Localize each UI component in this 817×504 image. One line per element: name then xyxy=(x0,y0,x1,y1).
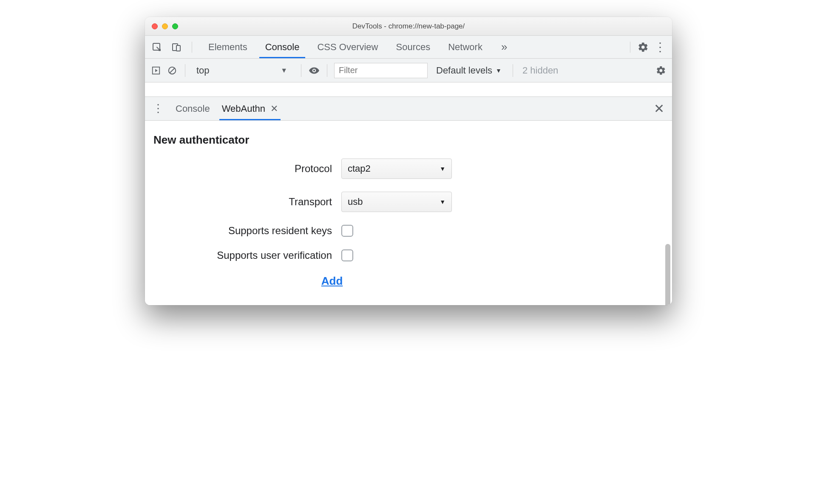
drawer-menu-button[interactable]: ⋮ xyxy=(149,97,167,120)
settings-button[interactable] xyxy=(635,36,652,58)
log-levels-selector[interactable]: Default levels ▼ xyxy=(432,65,506,76)
main-tabstrip: Elements Console CSS Overview Sources Ne… xyxy=(145,36,672,59)
window-close-button[interactable] xyxy=(152,23,158,29)
protocol-select[interactable]: ctap2 ▼ xyxy=(341,159,452,179)
console-settings-button[interactable] xyxy=(655,65,667,76)
hidden-messages-count[interactable]: 2 hidden xyxy=(520,65,561,76)
add-authenticator-button[interactable]: Add xyxy=(319,274,346,288)
close-tab-icon[interactable]: ✕ xyxy=(269,103,278,114)
protocol-value: ctap2 xyxy=(348,163,371,174)
tab-elements[interactable]: Elements xyxy=(207,36,249,58)
drawer-tab-webauthn[interactable]: WebAuthn ✕ xyxy=(221,97,279,120)
transport-label: Transport xyxy=(153,196,332,208)
svg-point-6 xyxy=(313,69,315,71)
tab-sources[interactable]: Sources xyxy=(394,36,432,58)
user-verification-checkbox[interactable] xyxy=(341,249,353,261)
chevron-down-icon: ▼ xyxy=(440,165,445,172)
tab-network[interactable]: Network xyxy=(446,36,484,58)
tab-css-overview[interactable]: CSS Overview xyxy=(315,36,380,58)
svg-line-5 xyxy=(170,68,175,73)
chevron-down-icon: ▼ xyxy=(496,67,502,74)
svg-rect-2 xyxy=(176,45,180,51)
context-label: top xyxy=(196,65,210,76)
window-minimize-button[interactable] xyxy=(162,23,168,29)
filter-input[interactable] xyxy=(334,63,428,78)
console-output-area xyxy=(145,82,672,97)
window-title: DevTools - chrome://new-tab-page/ xyxy=(145,22,672,31)
window-zoom-button[interactable] xyxy=(172,23,178,29)
scrollbar-thumb[interactable] xyxy=(665,244,670,305)
drawer-tabstrip: ⋮ Console WebAuthn ✕ ✕ xyxy=(145,97,672,121)
close-drawer-button[interactable]: ✕ xyxy=(654,97,668,120)
chevron-down-icon: ▼ xyxy=(440,198,445,205)
main-menu-button[interactable]: ⋮ xyxy=(652,36,669,58)
protocol-label: Protocol xyxy=(153,163,332,175)
webauthn-pane: New authenticator Protocol ctap2 ▼ Trans… xyxy=(145,121,672,305)
divider xyxy=(301,64,301,77)
resident-keys-label: Supports resident keys xyxy=(153,225,332,237)
transport-value: usb xyxy=(348,196,363,207)
divider xyxy=(630,42,630,53)
device-toolbar-icon[interactable] xyxy=(168,36,185,58)
titlebar: DevTools - chrome://new-tab-page/ xyxy=(145,17,672,36)
divider xyxy=(513,64,513,77)
drawer-tab-console[interactable]: Console xyxy=(175,97,211,120)
divider xyxy=(185,64,185,77)
console-toolbar: top ▼ Default levels ▼ 2 hidden xyxy=(145,59,672,82)
resident-keys-checkbox[interactable] xyxy=(341,225,353,237)
inspect-element-icon[interactable] xyxy=(148,36,165,58)
context-selector[interactable]: top ▼ xyxy=(192,65,294,76)
transport-select[interactable]: usb ▼ xyxy=(341,192,452,212)
clear-console-icon[interactable] xyxy=(166,65,178,76)
divider xyxy=(192,42,192,53)
more-tabs-button[interactable]: » xyxy=(499,36,510,58)
toggle-sidebar-icon[interactable] xyxy=(150,65,162,76)
tab-console[interactable]: Console xyxy=(264,36,301,58)
chevron-down-icon: ▼ xyxy=(281,67,287,74)
divider xyxy=(327,64,327,77)
devtools-window: DevTools - chrome://new-tab-page/ xyxy=(145,17,672,305)
live-expression-icon[interactable] xyxy=(308,65,320,76)
user-verification-label: Supports user verification xyxy=(153,249,332,261)
section-heading: New authenticator xyxy=(153,133,664,147)
